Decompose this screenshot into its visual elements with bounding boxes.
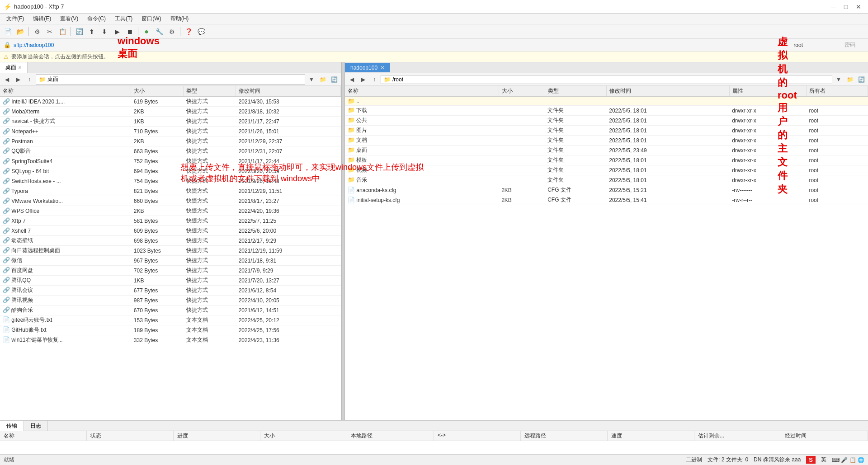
toolbar-connect[interactable]: ● — [141, 26, 152, 38]
left-file-row[interactable]: 🔗 WPS Office 2KB 快捷方式 2022/4/20, 19:36 — [0, 206, 341, 216]
right-cell-type: CFG 文件 — [545, 195, 606, 205]
left-file-row[interactable]: 🔗 VMware Workstatio... 660 Bytes 快捷方式 20… — [0, 196, 341, 206]
right-file-row[interactable]: 📁 视频 文件夹 2022/5/5, 18:01 drwxr-xr-x root — [345, 165, 868, 175]
right-nav-back[interactable]: ◀ — [347, 75, 357, 85]
toolbar-btn2[interactable]: ✂ — [44, 26, 56, 38]
left-file-row[interactable]: 🔗 IntelliJ IDEA 2020.1.... 619 Bytes 快捷方… — [0, 97, 341, 107]
left-col-type[interactable]: 类型 — [184, 86, 236, 97]
desktop-tab-close[interactable]: ✕ — [18, 65, 22, 70]
right-col-size[interactable]: 大小 — [499, 86, 545, 97]
right-file-row[interactable]: 📄 initial-setup-ks.cfg 2KB CFG 文件 2022/5… — [345, 195, 868, 205]
toolbar-btn4[interactable]: 🔄 — [73, 26, 85, 38]
left-file-row[interactable]: 🔗 百度网盘 702 Bytes 快捷方式 2021/7/9, 9:29 — [0, 266, 341, 276]
toolbar-btn1[interactable]: ⚙ — [31, 26, 43, 38]
left-path-dropdown[interactable]: ▼ — [307, 75, 316, 85]
right-file-row[interactable]: 📁 图片 文件夹 2022/5/5, 18:01 drwxr-xr-x root — [345, 126, 868, 136]
close-button[interactable]: ✕ — [853, 2, 864, 12]
maximize-button[interactable]: □ — [840, 2, 852, 12]
left-cell-type: 快捷方式 — [184, 136, 236, 146]
menu-command[interactable]: 命令(C) — [83, 14, 110, 23]
right-file-row[interactable]: 📁 文档 文件夹 2022/5/5, 18:01 drwxr-xr-x root — [345, 136, 868, 146]
menu-tools[interactable]: 工具(T) — [110, 14, 137, 23]
right-file-row[interactable]: 📁 下载 文件夹 2022/5/5, 18:01 drwxr-xr-x root — [345, 106, 868, 116]
hadoop-tab-close[interactable]: ✕ — [380, 65, 385, 71]
minimize-button[interactable]: ─ — [827, 2, 839, 12]
toolbar-btn3[interactable]: 📋 — [57, 26, 68, 38]
left-panel-tabs: 桌面 ✕ — [0, 62, 341, 73]
menu-help[interactable]: 帮助(H) — [166, 14, 193, 23]
right-col-type[interactable]: 类型 — [545, 86, 606, 97]
toolbar-btn6[interactable]: ⬇ — [99, 26, 110, 38]
left-file-row[interactable]: 🔗 Notepad++ 710 Bytes 快捷方式 2021/1/26, 15… — [0, 127, 341, 136]
right-new-folder[interactable]: 📁 — [845, 75, 855, 85]
left-nav-back[interactable]: ◀ — [2, 75, 12, 85]
right-panel-tab-hadoop[interactable]: hadoop100 ✕ — [345, 63, 390, 72]
right-file-row[interactable]: 📁 模板 文件夹 2022/5/5, 18:01 drwxr-xr-x root — [345, 155, 868, 165]
bottom-tab-log[interactable]: 日志 — [24, 421, 48, 431]
left-file-row[interactable]: 🔗 navicat - 快捷方式 1KB 快捷方式 2021/1/17, 22:… — [0, 117, 341, 127]
toolbar-btn5[interactable]: ⬆ — [86, 26, 98, 38]
left-file-row[interactable]: 🔗 腾讯视频 987 Bytes 快捷方式 2022/4/10, 20:05 — [0, 296, 341, 305]
right-cell-name: 📁 模板 — [345, 155, 499, 165]
menu-file[interactable]: 文件(F) — [2, 14, 28, 23]
left-col-size[interactable]: 大小 — [131, 86, 184, 97]
left-file-row[interactable]: 🔗 向日葵远程控制桌面 1023 Bytes 快捷方式 2021/12/19, … — [0, 246, 341, 256]
left-panel-tab-desktop[interactable]: 桌面 ✕ — [0, 62, 28, 73]
right-folder-icon: 📁 — [384, 76, 391, 83]
right-cell-type: 文件夹 — [545, 155, 606, 165]
toolbar-new[interactable]: 📄 — [2, 26, 14, 38]
left-cell-size: 710 Bytes — [131, 127, 184, 136]
right-nav-forward[interactable]: ▶ — [358, 75, 368, 85]
left-file-row[interactable]: 🔗 QQ影音 663 Bytes 快捷方式 2021/12/31, 22:07 — [0, 146, 341, 156]
toolbar-open[interactable]: 📂 — [14, 26, 26, 38]
left-file-row[interactable]: 🔗 腾讯QQ 1KB 快捷方式 2021/7/20, 13:27 — [0, 276, 341, 286]
left-file-row[interactable]: 🔗 Typora 821 Bytes 快捷方式 2021/12/29, 11:5… — [0, 186, 341, 196]
right-file-row[interactable]: 📁 桌面 文件夹 2022/5/5, 23:49 drwxr-xr-x root — [345, 146, 868, 155]
toolbar-btn10[interactable]: ⚙ — [166, 26, 178, 38]
toolbar-btn7[interactable]: ▶ — [111, 26, 123, 38]
right-col-attr[interactable]: 属性 — [729, 86, 806, 97]
toolbar-btn9[interactable]: 🔧 — [153, 26, 165, 38]
left-file-row[interactable]: 🔗 MobaXterm 2KB 快捷方式 2021/8/18, 10:32 — [0, 107, 341, 117]
left-file-row[interactable]: 🔗 Postman 2KB 快捷方式 2021/12/29, 22:37 — [0, 136, 341, 146]
left-file-row[interactable]: 📄 GitHub账号.txt 189 Bytes 文本文档 2022/4/25,… — [0, 325, 341, 335]
left-col-date[interactable]: 修改时间 — [236, 86, 341, 97]
right-refresh[interactable]: 🔄 — [856, 75, 866, 85]
right-file-row[interactable]: 📁 音乐 文件夹 2022/5/5, 18:01 drwxr-xr-x root — [345, 175, 868, 185]
left-file-row[interactable]: 🔗 酷狗音乐 670 Bytes 快捷方式 2021/6/12, 14:51 — [0, 305, 341, 315]
left-file-row[interactable]: 🔗 SQLyog - 64 bit 694 Bytes 快捷方式 2022/3/… — [0, 166, 341, 176]
left-file-row[interactable]: 🔗 Xshell 7 609 Bytes 快捷方式 2022/5/6, 20:0… — [0, 226, 341, 236]
left-new-folder[interactable]: 📁 — [318, 75, 328, 85]
toolbar-help[interactable]: ❓ — [183, 26, 194, 38]
left-nav-forward[interactable]: ▶ — [13, 75, 23, 85]
toolbar-btn8[interactable]: ⏹ — [124, 26, 136, 38]
left-file-row[interactable]: 🔗 动态壁纸 698 Bytes 快捷方式 2021/2/17, 9:29 — [0, 236, 341, 246]
left-file-row[interactable]: 🔗 微信 967 Bytes 快捷方式 2021/1/18, 9:31 — [0, 256, 341, 266]
right-nav-up[interactable]: ↑ — [369, 75, 379, 85]
right-file-row[interactable]: 📁 .. — [345, 97, 868, 106]
left-file-row[interactable]: 📄 gitee码云账号.txt 153 Bytes 文本文档 2022/4/25… — [0, 315, 341, 325]
left-refresh[interactable]: 🔄 — [329, 75, 339, 85]
left-file-row[interactable]: 🔗 Xftp 7 581 Bytes 快捷方式 2022/5/7, 11:25 — [0, 216, 341, 226]
left-file-row[interactable]: 🔗 SpringToolSuite4 752 Bytes 快捷方式 2021/1… — [0, 156, 341, 166]
right-file-row[interactable]: 📄 anaconda-ks.cfg 2KB CFG 文件 2022/5/5, 1… — [345, 185, 868, 195]
right-cell-owner: root — [806, 165, 868, 175]
left-file-row[interactable]: 📄 win11右键菜单恢复... 332 Bytes 文本文档 2022/4/2… — [0, 335, 341, 345]
menu-edit[interactable]: 编辑(E) — [28, 14, 56, 23]
menu-view[interactable]: 查看(V) — [56, 14, 83, 23]
right-col-owner[interactable]: 所有者 — [806, 86, 868, 97]
left-col-name[interactable]: 名称 — [0, 86, 131, 97]
toolbar-info[interactable]: 💬 — [195, 26, 207, 38]
left-nav-up[interactable]: ↑ — [24, 75, 34, 85]
right-col-date[interactable]: 修改时间 — [606, 86, 729, 97]
right-path-dropdown[interactable]: ▼ — [834, 75, 844, 85]
panel-divider[interactable] — [341, 62, 345, 420]
left-file-row[interactable]: 🔗 SwitchHosts.exe - ... 754 Bytes 快捷方式 2… — [0, 176, 341, 186]
left-file-row[interactable]: 🔗 腾讯会议 677 Bytes 快捷方式 2021/6/12, 8:54 — [0, 286, 341, 296]
left-cell-size: 967 Bytes — [131, 256, 184, 266]
bottom-tab-transfer[interactable]: 传输 — [0, 421, 24, 431]
right-col-name[interactable]: 名称 — [345, 86, 499, 97]
right-file-row[interactable]: 📁 公共 文件夹 2022/5/5, 18:01 drwxr-xr-x root — [345, 116, 868, 126]
menu-window[interactable]: 窗口(W) — [137, 14, 165, 23]
status-file-count: 文件: 2 文件夹: 0 — [708, 456, 748, 464]
